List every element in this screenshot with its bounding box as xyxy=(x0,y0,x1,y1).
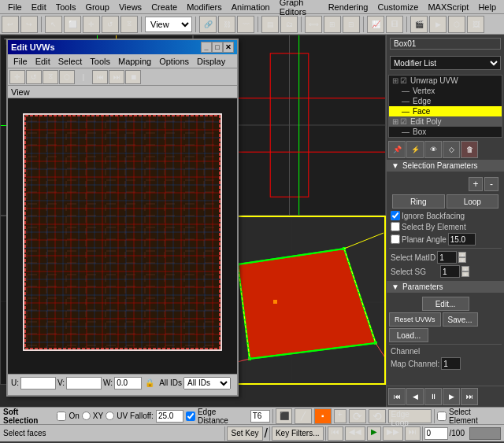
mod-edge[interactable]: — Edge xyxy=(389,96,502,106)
select-button[interactable]: ↖ xyxy=(45,16,62,33)
layer-manager-button[interactable]: ▤ xyxy=(261,16,279,33)
modifier-list-dropdown[interactable]: Modifier List xyxy=(390,56,501,70)
map-channel-input[interactable] xyxy=(441,357,461,370)
sel-mode-edge[interactable]: ╱ xyxy=(295,408,312,424)
play-anim-btn[interactable]: ▶ xyxy=(367,426,381,441)
edge-dist-checkbox[interactable] xyxy=(186,412,195,421)
uv-radio[interactable] xyxy=(106,412,114,420)
mirror-button[interactable]: ⟺ xyxy=(305,16,322,33)
curve-editor-button[interactable]: 📈 xyxy=(367,16,384,33)
uvw-stop-btn[interactable]: ⏹ xyxy=(125,70,141,84)
mod-unwrap-uvw[interactable]: ⊞ ☑ Unwrap UVW xyxy=(389,76,502,86)
menu-file[interactable]: File xyxy=(3,0,27,14)
select-matid-input[interactable] xyxy=(437,251,457,264)
uvw-menu-select[interactable]: Select xyxy=(54,54,87,68)
uvw-menu-edit[interactable]: Edit xyxy=(32,54,54,68)
select-element-checkbox[interactable] xyxy=(437,412,447,421)
make-unique-btn[interactable]: ◇ xyxy=(443,141,460,158)
parameters-header[interactable]: ▼ Parameters xyxy=(387,281,504,293)
uvw-allids-dropdown[interactable]: All IDs xyxy=(183,377,231,389)
mod-face[interactable]: — Face xyxy=(389,106,502,116)
bind-spacewarp-button[interactable]: 〰 xyxy=(237,16,254,33)
next-key-btn[interactable]: ▶▶ xyxy=(383,426,403,441)
ring-btn[interactable]: Ring xyxy=(392,194,445,209)
uvw-move-btn[interactable]: ✛ xyxy=(9,70,25,84)
matid-spin-down[interactable]: ▼ xyxy=(458,257,466,263)
reset-uvws-btn[interactable]: Reset UVWs xyxy=(389,312,441,327)
selection-params-header[interactable]: ▼ Selection Parameters xyxy=(387,160,504,172)
link-button[interactable]: 🔗 xyxy=(199,16,217,33)
uvw-canvas[interactable] xyxy=(8,98,237,374)
active-mod-btn[interactable]: ⚡ xyxy=(406,141,424,158)
object-name-input[interactable]: Box01 xyxy=(390,38,501,50)
menu-tools[interactable]: Tools xyxy=(51,0,81,14)
planar-angle-input[interactable] xyxy=(448,233,476,245)
menu-create[interactable]: Create xyxy=(146,0,182,14)
unlink-button[interactable]: ⛓ xyxy=(218,16,235,33)
sg-spin-up[interactable]: ▲ xyxy=(461,266,469,271)
minus-btn[interactable]: - xyxy=(484,177,498,191)
plus-btn[interactable]: + xyxy=(469,177,483,191)
sel-plus-btn[interactable]: + xyxy=(334,409,346,423)
mod-vertex[interactable]: — Vertex xyxy=(389,86,502,96)
pinch-input[interactable] xyxy=(250,410,270,423)
end-frame-btn[interactable]: ⏭ xyxy=(461,388,478,405)
uvw-v-input[interactable] xyxy=(66,377,102,389)
stop-btn[interactable]: ⏸ xyxy=(424,388,442,405)
edit-btn[interactable]: Edit... xyxy=(422,297,469,311)
move-button[interactable]: ✛ xyxy=(83,16,100,33)
menu-graph-editors[interactable]: Graph Editors xyxy=(275,0,324,14)
show-result-btn[interactable]: 👁 xyxy=(424,141,442,158)
rotate-icon-1[interactable]: ⟳ xyxy=(349,409,366,423)
material-editor-button[interactable]: ⬡ xyxy=(448,16,465,33)
load-btn[interactable]: Load... xyxy=(389,328,428,342)
menu-rendering[interactable]: Rendering xyxy=(324,0,373,14)
menu-views[interactable]: Views xyxy=(114,0,146,14)
scale-button[interactable]: ⧖ xyxy=(120,16,138,33)
edit-uvws-minimize[interactable]: _ xyxy=(201,42,212,53)
menu-maxscript[interactable]: MAXScript xyxy=(423,0,473,14)
menu-animation[interactable]: Animation xyxy=(227,0,275,14)
select-sg-input[interactable] xyxy=(440,265,460,278)
uvw-menu-options[interactable]: Options xyxy=(155,54,193,68)
scene-explorer-button[interactable]: 🗂 xyxy=(280,16,298,33)
menu-group[interactable]: Group xyxy=(80,0,114,14)
uvw-menu-file[interactable]: File xyxy=(9,54,32,68)
uvw-menu-tools[interactable]: Tools xyxy=(86,54,114,68)
next-frame-btn[interactable]: ▶ xyxy=(443,388,460,405)
prev-key-btn[interactable]: ◀◀ xyxy=(345,426,365,441)
menu-customize[interactable]: Customize xyxy=(372,0,423,14)
key-filters-btn[interactable]: Key Filters... xyxy=(272,426,324,441)
render-frame-button[interactable]: 🖼 xyxy=(467,16,484,33)
pin-stack-btn[interactable]: 📌 xyxy=(388,141,406,158)
uvw-w-input[interactable] xyxy=(114,377,142,389)
loop-btn[interactable]: Loop xyxy=(447,194,499,209)
select-region-button[interactable]: ⬜ xyxy=(64,16,81,33)
undo-button[interactable]: ↩ xyxy=(2,16,19,33)
rotate-button[interactable]: ↺ xyxy=(102,16,119,33)
soft-on-checkbox[interactable] xyxy=(57,412,66,421)
uvw-next-btn[interactable]: ⏭ xyxy=(109,70,124,84)
sel-mode-vertex[interactable]: ⬛ xyxy=(276,408,293,424)
dope-sheet-button[interactable]: 🎞 xyxy=(386,16,403,33)
mod-box[interactable]: — Box xyxy=(389,127,502,137)
play-btn[interactable]: ⏮ xyxy=(388,388,406,405)
sg-spin-down[interactable]: ▼ xyxy=(461,271,469,277)
rotate-icon-2[interactable]: ⟲ xyxy=(369,409,386,423)
uvw-view-label[interactable]: View xyxy=(11,87,30,97)
time-slider-mini[interactable] xyxy=(469,427,501,440)
edit-uvws-maximize[interactable]: □ xyxy=(212,42,223,53)
edit-uvws-close[interactable]: ✕ xyxy=(223,42,234,53)
planar-angle-checkbox[interactable] xyxy=(391,234,400,244)
select-by-element-checkbox[interactable] xyxy=(391,222,400,231)
uvw-menu-display[interactable]: Display xyxy=(193,54,229,68)
render-button[interactable]: ▶ xyxy=(429,16,447,33)
frame-input[interactable] xyxy=(424,427,448,440)
matid-spin-up[interactable]: ▲ xyxy=(458,252,466,257)
sel-mode-face[interactable]: ▪ xyxy=(314,408,332,424)
uvw-rotate-btn[interactable]: ↺ xyxy=(26,70,42,84)
menu-help[interactable]: Help xyxy=(473,0,501,14)
uvw-u-input[interactable] xyxy=(20,377,56,389)
save-btn[interactable]: Save... xyxy=(443,312,478,327)
mod-edit-poly[interactable]: ⊞ ☑ Edit Poly xyxy=(389,116,502,127)
